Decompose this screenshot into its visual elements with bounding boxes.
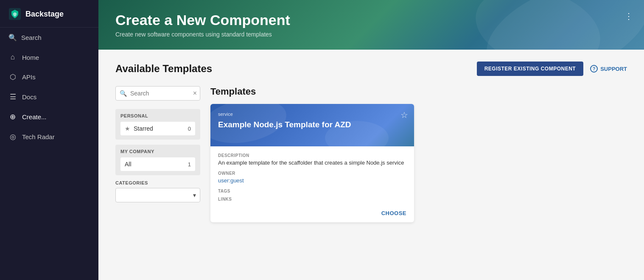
sidebar-search-item[interactable]: 🔍 Search xyxy=(0,28,98,48)
sidebar-item-apis[interactable]: ⬡ APIs xyxy=(0,67,98,87)
question-icon: ? xyxy=(590,65,598,73)
template-description: An example template for the scaffolder t… xyxy=(218,160,406,166)
all-count: 1 xyxy=(188,161,191,168)
filter-panel: 🔍 × PERSONAL ★ Starred 0 MY COMP xyxy=(115,86,200,268)
starred-filter-item[interactable]: ★ Starred 0 xyxy=(120,122,195,135)
categories-section: CATEGORIES ▾ xyxy=(115,180,200,202)
clear-search-icon[interactable]: × xyxy=(193,90,197,97)
templates-list: Templates service Example Node.js Templa… xyxy=(210,86,627,268)
header-menu-button[interactable]: ⋮ xyxy=(622,8,636,24)
sidebar-item-tech-radar-label: Tech Radar xyxy=(22,133,55,140)
main-content: Create a New Component Create new softwa… xyxy=(98,0,644,280)
filter-search-icon: 🔍 xyxy=(120,90,127,97)
sidebar-item-docs-label: Docs xyxy=(22,93,36,101)
tags-label: TAGS xyxy=(218,189,406,193)
search-icon: 🔍 xyxy=(8,34,17,42)
sidebar-logo[interactable]: Backstage xyxy=(0,0,98,28)
sidebar: Backstage 🔍 Search ⌂ Home ⬡ APIs ☰ Docs … xyxy=(0,0,98,280)
links-label: LINKS xyxy=(218,197,406,202)
template-card-title: Example Node.js Template for AZD xyxy=(218,120,406,129)
sidebar-item-tech-radar[interactable]: ◎ Tech Radar xyxy=(0,127,98,147)
create-icon: ⊕ xyxy=(8,112,17,121)
template-owner[interactable]: user:guest xyxy=(218,177,406,184)
page-title: Create a New Component xyxy=(115,12,627,28)
docs-icon: ☰ xyxy=(8,92,17,101)
templates-section-title: Templates xyxy=(210,86,627,97)
personal-group-title: PERSONAL xyxy=(120,113,195,118)
star-icon: ★ xyxy=(125,125,130,132)
sidebar-item-docs[interactable]: ☰ Docs xyxy=(0,87,98,107)
template-card-banner: service Example Node.js Template for AZD… xyxy=(210,104,414,146)
template-card-footer: CHOOSE xyxy=(210,210,414,222)
tech-radar-icon: ◎ xyxy=(8,132,17,141)
starred-count: 0 xyxy=(188,126,191,132)
sidebar-item-create[interactable]: ⊕ Create... xyxy=(0,107,98,127)
personal-filter-group: PERSONAL ★ Starred 0 xyxy=(115,109,200,140)
template-star-button[interactable]: ☆ xyxy=(400,110,408,120)
categories-label: CATEGORIES xyxy=(115,180,200,185)
home-icon: ⌂ xyxy=(8,53,17,62)
sidebar-item-home-label: Home xyxy=(22,54,39,61)
company-group-title: MY COMPANY xyxy=(120,149,195,154)
register-existing-component-button[interactable]: REGISTER EXISTING COMPONENT xyxy=(477,62,584,76)
content-header: Available Templates REGISTER EXISTING CO… xyxy=(115,62,627,76)
categories-select-wrap: ▾ xyxy=(115,188,200,202)
support-label: SUPPORT xyxy=(600,66,627,72)
sidebar-item-create-label: Create... xyxy=(22,113,47,120)
support-button[interactable]: ? SUPPORT xyxy=(590,65,627,73)
apis-icon: ⬡ xyxy=(8,73,17,81)
sidebar-search-label: Search xyxy=(21,34,42,41)
content-area: Available Templates REGISTER EXISTING CO… xyxy=(98,50,644,280)
page-subtitle: Create new software components using sta… xyxy=(115,31,627,38)
choose-button[interactable]: CHOOSE xyxy=(381,210,406,216)
categories-select[interactable] xyxy=(115,188,200,202)
starred-label: Starred xyxy=(134,125,153,132)
owner-label: OWNER xyxy=(218,171,406,176)
description-label: DESCRIPTION xyxy=(218,153,406,158)
template-card[interactable]: service Example Node.js Template for AZD… xyxy=(210,104,414,222)
all-label: All xyxy=(125,161,132,168)
template-search-wrap: 🔍 × xyxy=(115,86,200,101)
company-filter-group: MY COMPANY All 1 xyxy=(115,145,200,175)
all-filter-item[interactable]: All 1 xyxy=(120,157,195,171)
header-banner: Create a New Component Create new softwa… xyxy=(98,0,644,50)
app-name: Backstage xyxy=(25,10,64,19)
header-actions: REGISTER EXISTING COMPONENT ? SUPPORT xyxy=(477,62,627,76)
template-card-body: DESCRIPTION An example template for the … xyxy=(210,146,414,210)
backstage-logo-icon xyxy=(8,8,21,20)
available-templates-title: Available Templates xyxy=(115,63,212,75)
templates-grid: 🔍 × PERSONAL ★ Starred 0 MY COMP xyxy=(115,86,627,268)
template-tag: service xyxy=(218,112,406,117)
template-search-input[interactable] xyxy=(115,86,200,101)
sidebar-item-apis-label: APIs xyxy=(22,73,36,81)
sidebar-item-home[interactable]: ⌂ Home xyxy=(0,48,98,67)
